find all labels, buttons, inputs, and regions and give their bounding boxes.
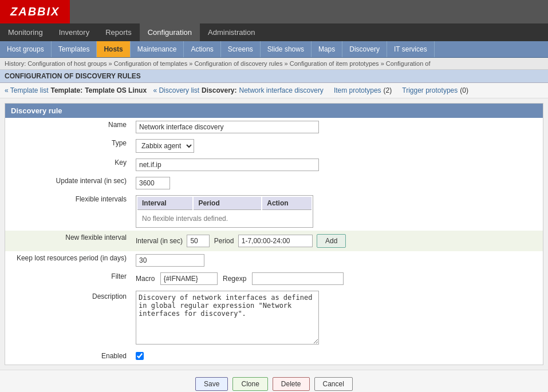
flex-header-row: Interval Period Action	[137, 197, 312, 210]
nav-monitoring[interactable]: Monitoring	[0, 23, 51, 41]
template-list-link[interactable]: « Template list	[5, 86, 48, 94]
template-name: Template OS Linux	[85, 86, 147, 94]
flex-empty-row: No flexible intervals defined.	[137, 211, 312, 226]
discovery-list-link[interactable]: « Discovery list	[153, 86, 199, 94]
discovery-rule-form: Name Type Zabbix agent Key Update interv…	[5, 118, 543, 365]
discovery-label: Discovery:	[202, 86, 236, 94]
logo: ZABBIX	[0, 0, 70, 23]
item-prototypes-link[interactable]: Item prototypes	[334, 86, 381, 94]
nav-sep2	[326, 86, 332, 94]
keep-lost-label: Keep lost resources period (in days)	[5, 251, 131, 270]
key-input[interactable]	[136, 159, 319, 171]
flexible-intervals-value-cell: Interval Period Action No flexible inter…	[131, 192, 543, 231]
enabled-checkbox[interactable]	[136, 352, 144, 360]
name-row: Name	[5, 118, 543, 136]
main-nav: Monitoring Inventory Reports Configurati…	[0, 23, 548, 41]
item-prototypes-count: (2)	[384, 86, 392, 94]
description-label: Description	[5, 288, 131, 349]
regexp-input[interactable]	[252, 272, 344, 285]
delete-button[interactable]: Delete	[273, 377, 310, 391]
nav-sep3	[394, 86, 400, 94]
flex-col-period: Period	[194, 197, 261, 210]
update-interval-row: Update interval (in sec)	[5, 174, 543, 192]
update-interval-value-cell	[131, 174, 543, 192]
breadcrumb-text: History: Configuration of host groups » …	[5, 60, 431, 67]
flex-col-interval: Interval	[137, 197, 192, 210]
logo-text: ZABBIX	[6, 3, 64, 21]
new-flexible-interval-label: New flexible interval	[5, 231, 131, 251]
nav-configuration[interactable]: Configuration	[140, 23, 200, 41]
enabled-label: Enabled	[5, 349, 131, 365]
description-row: Description Discovery of network interfa…	[5, 288, 543, 349]
description-value-cell: Discovery of network interfaces as defin…	[131, 288, 543, 349]
key-row: Key	[5, 156, 543, 174]
keep-lost-input[interactable]	[136, 254, 204, 267]
subnav-maps[interactable]: Maps	[312, 41, 342, 57]
trigger-prototypes-count: (0)	[460, 86, 468, 94]
subnav-screens[interactable]: Screens	[221, 41, 261, 57]
subnav-actions[interactable]: Actions	[184, 41, 220, 57]
type-value-cell: Zabbix agent	[131, 136, 543, 156]
macro-input[interactable]	[160, 272, 218, 285]
name-label: Name	[5, 118, 131, 136]
update-interval-label: Update interval (in sec)	[5, 174, 131, 192]
key-label: Key	[5, 156, 131, 174]
subnav-maintenance[interactable]: Maintenance	[131, 41, 184, 57]
new-flexible-interval-value-cell: Interval (in sec) Period Add	[131, 231, 543, 251]
macro-label: Macro	[136, 275, 155, 283]
clone-button[interactable]: Clone	[232, 377, 267, 391]
filter-row: Filter Macro Regexp	[5, 270, 543, 288]
type-label: Type	[5, 136, 131, 156]
nav-administration[interactable]: Administration	[200, 23, 263, 41]
period-input[interactable]	[238, 235, 313, 247]
subnav-discovery[interactable]: Discovery	[342, 41, 387, 57]
nav-sep1	[149, 86, 151, 94]
key-value-cell	[131, 156, 543, 174]
enabled-row: Enabled	[5, 349, 543, 365]
filter-label: Filter	[5, 270, 131, 288]
flexible-intervals-label: Flexible intervals	[5, 192, 131, 231]
enabled-value-cell	[131, 349, 543, 365]
template-label: Template:	[50, 86, 82, 94]
subnav-slide-shows[interactable]: Slide shows	[261, 41, 312, 57]
flex-empty-text: No flexible intervals defined.	[137, 211, 312, 226]
subnav-hosts[interactable]: Hosts	[97, 41, 130, 57]
subnav-host-groups[interactable]: Host groups	[0, 41, 52, 57]
bottom-buttons: Save Clone Delete Cancel	[0, 370, 548, 392]
subnav-templates[interactable]: Templates	[52, 41, 97, 57]
keep-lost-row: Keep lost resources period (in days)	[5, 251, 543, 270]
filter-value-cell: Macro Regexp	[131, 270, 543, 288]
name-input[interactable]	[136, 121, 319, 133]
config-header: CONFIGURATION OF DISCOVERY RULES	[0, 70, 548, 83]
keep-lost-value-cell	[131, 251, 543, 270]
interval-input[interactable]	[187, 235, 210, 247]
cancel-button[interactable]: Cancel	[314, 377, 353, 391]
sub-nav: Host groups Templates Hosts Maintenance …	[0, 41, 548, 58]
type-row: Type Zabbix agent	[5, 136, 543, 156]
name-value-cell	[131, 118, 543, 136]
interval-sec-label: Interval (in sec)	[136, 237, 183, 245]
trigger-prototypes-link[interactable]: Trigger prototypes	[402, 86, 458, 94]
discovery-rule-header: Discovery rule	[5, 104, 543, 118]
type-select[interactable]: Zabbix agent	[136, 139, 194, 153]
flexible-intervals-row: Flexible intervals Interval Period Actio…	[5, 192, 543, 231]
nav-reports[interactable]: Reports	[97, 23, 140, 41]
regexp-label: Regexp	[223, 275, 246, 283]
save-button[interactable]: Save	[195, 377, 228, 391]
discovery-name-link[interactable]: Network interface discovery	[239, 86, 323, 94]
nav-inventory[interactable]: Inventory	[51, 23, 97, 41]
flex-col-action: Action	[262, 197, 312, 210]
add-button[interactable]: Add	[317, 234, 346, 248]
new-flexible-interval-row: New flexible interval Interval (in sec) …	[5, 231, 543, 251]
subnav-it-services[interactable]: IT services	[387, 41, 435, 57]
update-interval-input[interactable]	[136, 177, 170, 189]
breadcrumb: History: Configuration of host groups » …	[0, 58, 548, 70]
nav-row: « Template list Template: Template OS Li…	[0, 83, 548, 98]
period-label: Period	[214, 237, 234, 245]
discovery-rule-section: Discovery rule Name Type Zabbix agent Ke…	[5, 103, 543, 365]
header-row: ZABBIX	[0, 0, 548, 23]
description-textarea[interactable]: Discovery of network interfaces as defin…	[136, 291, 319, 345]
flexible-intervals-table: Interval Period Action No flexible inter…	[136, 195, 313, 228]
